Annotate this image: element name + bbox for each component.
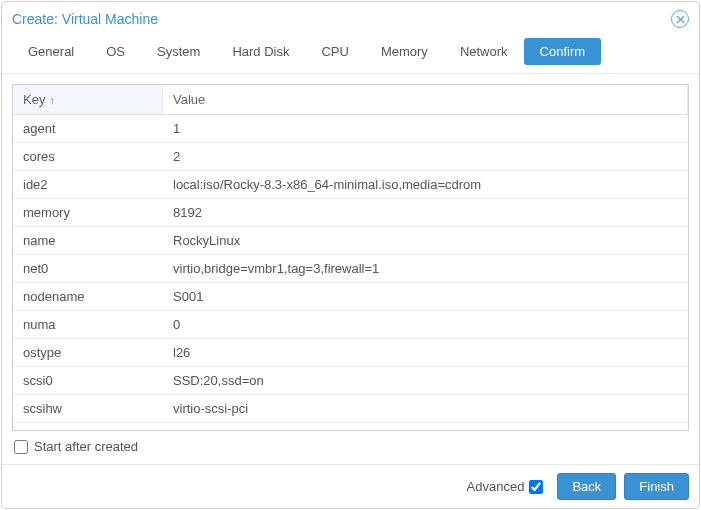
advanced-toggle[interactable]: Advanced	[467, 479, 544, 494]
cell-key: memory	[13, 199, 163, 226]
cell-key: cores	[13, 143, 163, 170]
cell-value: 1	[163, 115, 688, 142]
tab-system[interactable]: System	[141, 38, 216, 65]
cell-key: numa	[13, 311, 163, 338]
start-after-label: Start after created	[34, 439, 138, 454]
back-button[interactable]: Back	[557, 473, 616, 500]
cell-key: name	[13, 227, 163, 254]
cell-value: local:iso/Rocky-8.3-x86_64-minimal.iso,m…	[163, 171, 688, 198]
table-body[interactable]: agent1cores2ide2local:iso/Rocky-8.3-x86_…	[13, 115, 688, 430]
cell-key: ostype	[13, 339, 163, 366]
finish-button[interactable]: Finish	[624, 473, 689, 500]
table-row[interactable]: numa0	[13, 311, 688, 339]
table-row[interactable]: scsihwvirtio-scsi-pci	[13, 395, 688, 423]
table-row[interactable]: sockets2	[13, 423, 688, 430]
cell-key: ide2	[13, 171, 163, 198]
close-icon	[676, 15, 685, 24]
cell-value: 8192	[163, 199, 688, 226]
create-vm-dialog: Create: Virtual Machine GeneralOSSystemH…	[1, 1, 700, 509]
cell-value: 0	[163, 311, 688, 338]
tab-general[interactable]: General	[12, 38, 90, 65]
tab-os[interactable]: OS	[90, 38, 141, 65]
table-row[interactable]: net0virtio,bridge=vmbr1,tag=3,firewall=1	[13, 255, 688, 283]
content-area: Key ↑ Value agent1cores2ide2local:iso/Ro…	[2, 74, 699, 464]
column-header-key-label: Key	[23, 92, 45, 107]
cell-key: agent	[13, 115, 163, 142]
column-header-value-label: Value	[173, 92, 205, 107]
cell-value: RockyLinux	[163, 227, 688, 254]
tab-memory[interactable]: Memory	[365, 38, 444, 65]
cell-key: nodename	[13, 283, 163, 310]
table-row[interactable]: ostypel26	[13, 339, 688, 367]
start-after-checkbox[interactable]	[14, 440, 28, 454]
cell-key: scsihw	[13, 395, 163, 422]
cell-value: S001	[163, 283, 688, 310]
table-row[interactable]: nameRockyLinux	[13, 227, 688, 255]
close-button[interactable]	[671, 10, 689, 28]
cell-value: 2	[163, 143, 688, 170]
cell-value: l26	[163, 339, 688, 366]
summary-table: Key ↑ Value agent1cores2ide2local:iso/Ro…	[12, 84, 689, 431]
advanced-checkbox[interactable]	[529, 480, 543, 494]
table-row[interactable]: ide2local:iso/Rocky-8.3-x86_64-minimal.i…	[13, 171, 688, 199]
cell-value: 2	[163, 423, 688, 430]
footer: Advanced Back Finish	[2, 464, 699, 508]
cell-key: sockets	[13, 423, 163, 430]
tab-network[interactable]: Network	[444, 38, 524, 65]
cell-value: virtio,bridge=vmbr1,tag=3,firewall=1	[163, 255, 688, 282]
cell-value: SSD:20,ssd=on	[163, 367, 688, 394]
dialog-title: Create: Virtual Machine	[12, 11, 158, 27]
table-header: Key ↑ Value	[13, 85, 688, 115]
sort-asc-icon: ↑	[49, 94, 55, 106]
cell-key: scsi0	[13, 367, 163, 394]
table-row[interactable]: memory8192	[13, 199, 688, 227]
column-header-value[interactable]: Value	[163, 85, 688, 114]
cell-value: virtio-scsi-pci	[163, 395, 688, 422]
cell-key: net0	[13, 255, 163, 282]
table-row[interactable]: cores2	[13, 143, 688, 171]
column-header-key[interactable]: Key ↑	[13, 85, 163, 114]
tab-hard-disk[interactable]: Hard Disk	[216, 38, 305, 65]
table-row[interactable]: scsi0SSD:20,ssd=on	[13, 367, 688, 395]
tab-confirm[interactable]: Confirm	[524, 38, 602, 65]
start-after-created[interactable]: Start after created	[12, 431, 689, 460]
titlebar: Create: Virtual Machine	[2, 2, 699, 34]
advanced-label: Advanced	[467, 479, 525, 494]
table-row[interactable]: nodenameS001	[13, 283, 688, 311]
table-row[interactable]: agent1	[13, 115, 688, 143]
tab-bar: GeneralOSSystemHard DiskCPUMemoryNetwork…	[2, 34, 699, 74]
tab-cpu[interactable]: CPU	[305, 38, 364, 65]
